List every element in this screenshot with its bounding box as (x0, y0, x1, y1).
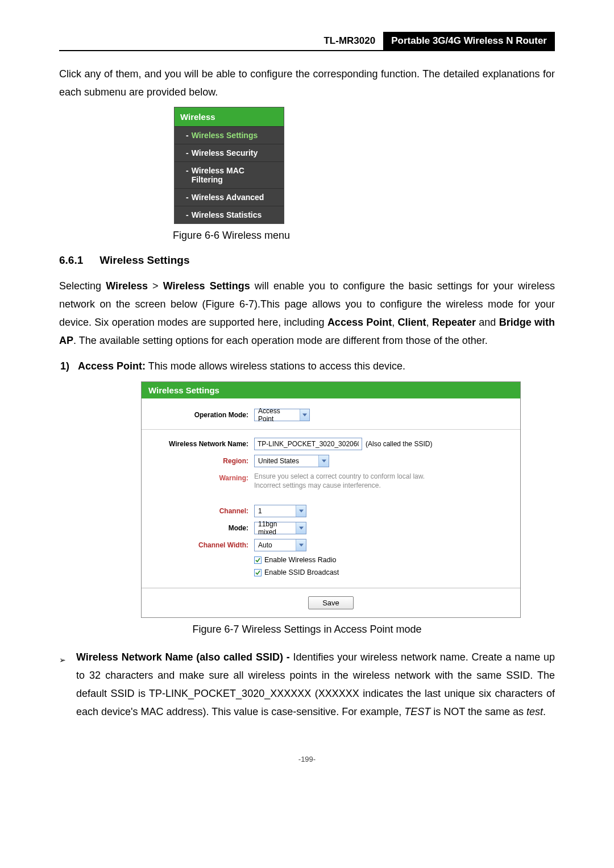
channel-width-select[interactable]: Auto (254, 539, 306, 551)
select-value: Auto (255, 541, 296, 549)
empty-label (151, 556, 254, 558)
row-region: Region: United States (151, 455, 511, 467)
dash-icon: - (186, 193, 189, 202)
checkbox-label: Enable Wireless Radio (264, 556, 336, 564)
row-warning: Warning: Ensure you select a correct cou… (151, 472, 511, 490)
dash-icon: - (186, 166, 189, 184)
select-value: 1 (255, 507, 296, 515)
text: , (426, 317, 432, 328)
panel-title: Wireless Settings (142, 382, 520, 398)
ssid-hint: (Also called the SSID) (366, 440, 432, 448)
wireless-menu-item-advanced[interactable]: - Wireless Advanced (175, 189, 284, 206)
wireless-menu-item-settings[interactable]: - Wireless Settings (175, 127, 284, 144)
bold-repeater: Repeater (432, 317, 476, 328)
label-region: Region: (151, 455, 254, 465)
chevron-down-icon (296, 522, 306, 534)
italic-test-upper: TEST (404, 706, 430, 717)
wireless-menu: Wireless - Wireless Settings - Wireless … (174, 107, 284, 224)
model-label: TL-MR3020 (316, 32, 383, 50)
list-number: 1) (60, 360, 69, 372)
mode-select[interactable]: 11bgn mixed (254, 522, 306, 534)
wireless-menu-header: Wireless (175, 107, 284, 127)
panel-body: Operation Mode: Access Point Wireless Ne… (142, 398, 520, 588)
bold-wireless: Wireless (106, 280, 148, 292)
row-enable-ssid: Enable SSID Broadcast (151, 568, 511, 576)
row-channel-width: Channel Width: Auto (151, 539, 511, 551)
bullet-content: Wireless Network Name (also called SSID)… (76, 648, 555, 721)
bold-wireless-settings: Wireless Settings (163, 280, 250, 292)
wireless-menu-item-security[interactable]: - Wireless Security (175, 144, 284, 162)
figure-6-7-caption: Figure 6-7 Wireless Settings in Access P… (59, 624, 555, 636)
row-network-name: Wireless Network Name: (Also called the … (151, 438, 511, 450)
section-title: Wireless Settings (99, 254, 189, 266)
wireless-menu-label: Wireless Advanced (192, 193, 264, 202)
section-number: 6.6.1 (59, 254, 97, 267)
figure-6-6-caption: Figure 6-6 Wireless menu (173, 230, 555, 242)
checkbox-icon (254, 569, 262, 576)
bullet-wireless-name: ➢ Wireless Network Name (also called SSI… (59, 648, 555, 721)
warning-line-2: Incorrect settings may cause interferenc… (254, 481, 381, 489)
wireless-settings-panel: Wireless Settings Operation Mode: Access… (141, 381, 521, 618)
italic-test-lower: test (526, 706, 543, 717)
model-subtitle: Portable 3G/4G Wireless N Router (383, 32, 555, 50)
operation-mode-select[interactable]: Access Point (254, 409, 310, 421)
label-channel-width: Channel Width: (151, 539, 254, 549)
page-header: TL-MR3020 Portable 3G/4G Wireless N Rout… (59, 32, 555, 51)
bullet-text: is NOT the same as (430, 706, 526, 717)
warning-line-1: Ensure you select a correct country to c… (254, 472, 425, 480)
arrow-icon: ➢ (59, 648, 66, 721)
checkbox-icon (254, 556, 262, 564)
section-heading: 6.6.1 Wireless Settings (59, 254, 555, 267)
bold-client: Client (398, 317, 426, 328)
text: and (476, 317, 499, 328)
wireless-menu-label: Wireless MAC Filtering (192, 166, 278, 184)
wireless-menu-label: Wireless Settings (192, 131, 258, 140)
bold-access-point: Access Point (327, 317, 392, 328)
page-number: -199- (59, 755, 555, 763)
text: Selecting (59, 280, 106, 292)
enable-wireless-radio-checkbox[interactable]: Enable Wireless Radio (254, 556, 336, 564)
warning-text: Ensure you select a correct country to c… (254, 472, 425, 490)
dash-icon: - (186, 131, 189, 140)
row-enable-radio: Enable Wireless Radio (151, 556, 511, 564)
channel-select[interactable]: 1 (254, 505, 306, 517)
text: . The available setting options for each… (73, 335, 488, 346)
bullet-text: . (543, 706, 546, 717)
empty-label (151, 568, 254, 571)
dash-icon: - (186, 148, 189, 157)
region-select[interactable]: United States (254, 455, 329, 467)
label-operation-mode: Operation Mode: (151, 409, 254, 419)
list-item-access-point: 1) Access Point: This mode allows wirele… (60, 358, 555, 375)
dash-icon: - (186, 210, 189, 219)
select-value: Access Point (255, 407, 300, 423)
wireless-menu-label: Wireless Statistics (192, 210, 262, 219)
label-channel: Channel: (151, 505, 254, 515)
row-channel: Channel: 1 (151, 505, 511, 517)
list-text: This mode allows wireless stations to ac… (146, 360, 405, 372)
select-value: 11bgn mixed (255, 520, 296, 536)
wireless-menu-item-statistics[interactable]: - Wireless Statistics (175, 206, 284, 223)
divider (142, 429, 520, 430)
panel-footer: Save (142, 588, 520, 617)
label-network-name: Wireless Network Name: (151, 438, 254, 448)
network-name-input[interactable] (254, 438, 362, 450)
checkbox-label: Enable SSID Broadcast (264, 568, 339, 576)
intro-paragraph: Click any of them, and you will be able … (59, 65, 555, 101)
label-mode: Mode: (151, 522, 254, 532)
text: , (392, 317, 397, 328)
enable-ssid-broadcast-checkbox[interactable]: Enable SSID Broadcast (254, 568, 339, 576)
section-description: Selecting Wireless > Wireless Settings w… (59, 277, 555, 350)
chevron-down-icon (296, 505, 306, 517)
wireless-menu-item-mac-filtering[interactable]: - Wireless MAC Filtering (175, 162, 284, 189)
bullet-lead: Wireless Network Name (also called SSID)… (76, 651, 293, 663)
chevron-down-icon (296, 539, 306, 551)
chevron-down-icon (300, 409, 309, 421)
label-warning: Warning: (151, 472, 254, 482)
wireless-menu-label: Wireless Security (192, 148, 258, 157)
list-bold: Access Point: (78, 360, 146, 372)
select-value: United States (255, 457, 318, 465)
chevron-down-icon (318, 455, 329, 467)
row-mode: Mode: 11bgn mixed (151, 522, 511, 534)
text: > (148, 280, 163, 292)
save-button[interactable]: Save (308, 596, 354, 609)
